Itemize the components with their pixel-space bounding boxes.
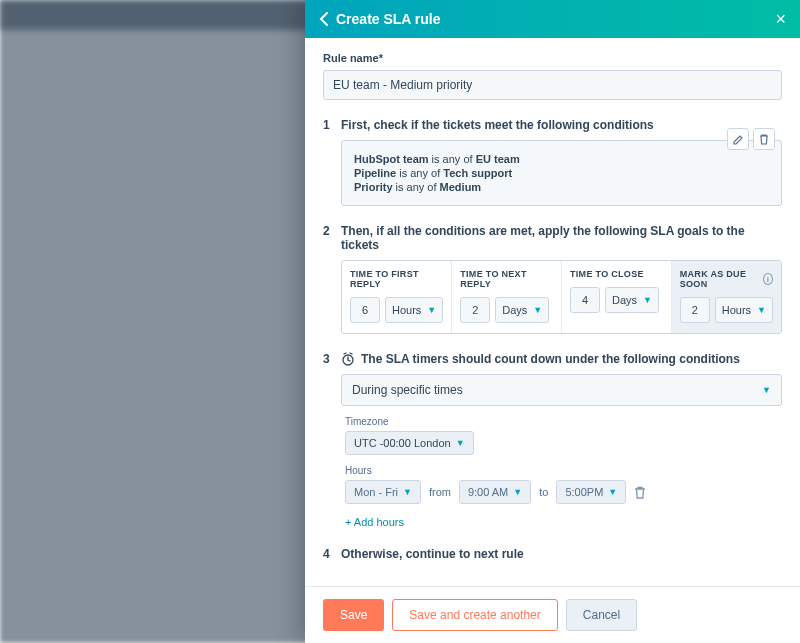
chevron-down-icon: ▼ bbox=[403, 487, 412, 497]
goal-header: MARK AS DUE SOONi bbox=[680, 269, 773, 289]
section4-title: Otherwise, continue to next rule bbox=[341, 547, 782, 561]
goal-header: TIME TO CLOSE bbox=[570, 269, 663, 279]
goal-unit-select[interactable]: Days▼ bbox=[495, 297, 549, 323]
goal-header: TIME TO NEXT REPLY bbox=[460, 269, 553, 289]
goal-column: TIME TO FIRST REPLY6Hours▼ bbox=[342, 261, 452, 333]
chevron-down-icon: ▼ bbox=[608, 487, 617, 497]
chevron-down-icon: ▼ bbox=[427, 305, 436, 315]
section3-title: The SLA timers should count down under t… bbox=[341, 352, 782, 366]
goal-unit-select[interactable]: Hours▼ bbox=[385, 297, 443, 323]
add-hours-link[interactable]: + Add hours bbox=[345, 516, 404, 528]
rule-name-input[interactable] bbox=[323, 70, 782, 100]
step-number: 3 bbox=[323, 352, 341, 529]
goal-number-input[interactable]: 2 bbox=[460, 297, 490, 323]
sla-goals-grid: TIME TO FIRST REPLY6Hours▼TIME TO NEXT R… bbox=[341, 260, 782, 334]
goal-header: TIME TO FIRST REPLY bbox=[350, 269, 443, 289]
delete-hours-icon[interactable] bbox=[634, 486, 646, 499]
hours-label: Hours bbox=[345, 465, 778, 476]
condition-line: HubSpot team is any of EU team bbox=[354, 153, 769, 165]
goal-column: MARK AS DUE SOONi2Hours▼ bbox=[672, 261, 781, 333]
timezone-select[interactable]: UTC -00:00 London ▼ bbox=[345, 431, 474, 455]
panel-header: Create SLA rule × bbox=[305, 0, 800, 38]
goal-column: TIME TO NEXT REPLY2Days▼ bbox=[452, 261, 562, 333]
chevron-down-icon: ▼ bbox=[762, 385, 771, 395]
to-label: to bbox=[539, 486, 548, 498]
edit-conditions-icon[interactable] bbox=[727, 128, 749, 150]
cancel-button[interactable]: Cancel bbox=[566, 599, 637, 631]
close-icon[interactable]: × bbox=[775, 10, 786, 28]
condition-line: Priority is any of Medium bbox=[354, 181, 769, 193]
section2-title: Then, if all the conditions are met, app… bbox=[341, 224, 782, 252]
step-number: 1 bbox=[323, 118, 341, 206]
section1-title: First, check if the tickets meet the fol… bbox=[341, 118, 782, 132]
save-button[interactable]: Save bbox=[323, 599, 384, 631]
panel-title: Create SLA rule bbox=[336, 11, 441, 27]
condition-line: Pipeline is any of Tech support bbox=[354, 167, 769, 179]
timezone-label: Timezone bbox=[345, 416, 778, 427]
info-icon[interactable]: i bbox=[763, 273, 773, 285]
step-number: 4 bbox=[323, 547, 341, 569]
clock-icon bbox=[341, 352, 355, 366]
chevron-down-icon: ▼ bbox=[643, 295, 652, 305]
step-number: 2 bbox=[323, 224, 341, 334]
save-create-another-button[interactable]: Save and create another bbox=[392, 599, 557, 631]
goal-unit-select[interactable]: Hours▼ bbox=[715, 297, 773, 323]
from-label: from bbox=[429, 486, 451, 498]
chevron-down-icon: ▼ bbox=[513, 487, 522, 497]
goal-number-input[interactable]: 6 bbox=[350, 297, 380, 323]
back-icon[interactable] bbox=[319, 12, 328, 26]
chevron-down-icon: ▼ bbox=[533, 305, 542, 315]
goal-number-input[interactable]: 4 bbox=[570, 287, 600, 313]
chevron-down-icon: ▼ bbox=[757, 305, 766, 315]
countdown-mode-select[interactable]: During specific times ▼ bbox=[341, 374, 782, 406]
conditions-box: HubSpot team is any of EU teamPipeline i… bbox=[341, 140, 782, 206]
goal-column: TIME TO CLOSE4Days▼ bbox=[562, 261, 672, 333]
from-time-select[interactable]: 9:00 AM ▼ bbox=[459, 480, 531, 504]
chevron-down-icon: ▼ bbox=[456, 438, 465, 448]
sla-panel: Create SLA rule × Rule name* 1 First, ch… bbox=[305, 0, 800, 643]
goal-unit-select[interactable]: Days▼ bbox=[605, 287, 659, 313]
days-select[interactable]: Mon - Fri ▼ bbox=[345, 480, 421, 504]
to-time-select[interactable]: 5:00PM ▼ bbox=[556, 480, 626, 504]
goal-number-input[interactable]: 2 bbox=[680, 297, 710, 323]
rule-name-label: Rule name* bbox=[323, 52, 782, 64]
delete-conditions-icon[interactable] bbox=[753, 128, 775, 150]
panel-footer: Save Save and create another Cancel bbox=[305, 586, 800, 643]
